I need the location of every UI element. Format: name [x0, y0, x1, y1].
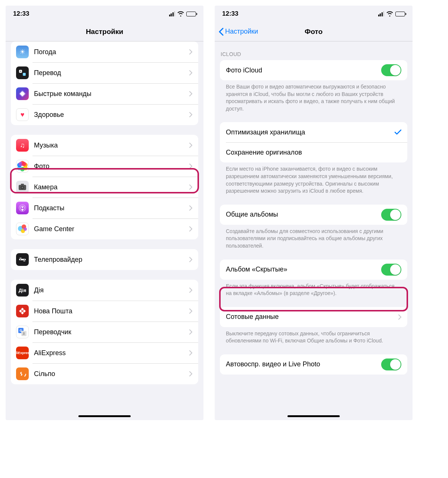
svg-rect-5: [20, 91, 25, 96]
battery-icon: [186, 12, 196, 16]
camera-icon: [16, 181, 29, 193]
silpo-icon: [16, 367, 29, 380]
toggle-hidden-album[interactable]: [381, 264, 401, 276]
status-time: 12:33: [222, 10, 238, 18]
photos-icon: [16, 160, 29, 173]
row-health[interactable]: ♥Здоровье: [11, 104, 198, 125]
health-icon: ♥: [16, 108, 29, 121]
translate-icon: A文: [16, 66, 29, 79]
cellular-description: Выключите передачу сотовых данных, чтобы…: [220, 327, 407, 345]
svg-text:文: 文: [23, 73, 25, 75]
svg-rect-9: [21, 184, 24, 185]
section-header-icloud: ICLOUD: [215, 51, 413, 60]
music-icon: ♫: [16, 139, 29, 152]
row-translate[interactable]: A文Перевод: [11, 62, 198, 83]
svg-text:A: A: [20, 70, 21, 72]
weather-icon: ☀: [16, 46, 29, 58]
svg-point-8: [22, 187, 24, 189]
chevron-right-icon: [189, 371, 192, 376]
row-camera[interactable]: Камера: [11, 177, 198, 198]
chevron-right-icon: [189, 329, 192, 335]
row-music[interactable]: ♫Музыка: [11, 135, 198, 156]
battery-icon: [395, 12, 405, 16]
diia-icon: Дія: [16, 284, 29, 297]
home-indicator[interactable]: [287, 415, 340, 417]
page-title: Настройки: [86, 28, 123, 36]
podcasts-icon: [16, 202, 29, 214]
aliexpress-icon: AliExpress: [16, 347, 29, 359]
status-icons: [378, 11, 405, 16]
chevron-right-icon: [189, 164, 192, 169]
chevron-right-icon: [189, 288, 192, 293]
tvprovider-icon: [16, 253, 29, 266]
chevron-right-icon: [189, 70, 192, 75]
cellular-signal-icon: [378, 11, 385, 16]
photos-settings-list[interactable]: ICLOUD Фото iCloud Все Ваши фото и видео…: [215, 41, 413, 420]
checkmark-icon: [395, 130, 401, 135]
chevron-right-icon: [189, 226, 192, 232]
row-gtranslate[interactable]: G文Переводчик: [11, 322, 198, 342]
row-tvprovider[interactable]: Телепровайдер: [11, 249, 198, 270]
wifi-icon: [386, 11, 393, 16]
row-shared-albums[interactable]: Общие альбомы: [220, 205, 407, 225]
row-diia[interactable]: ДіяДія: [11, 280, 198, 301]
row-aliexpress[interactable]: AliExpressAliExpress: [11, 342, 198, 363]
svg-text:文: 文: [22, 332, 25, 335]
wifi-icon: [177, 11, 184, 16]
settings-main-screen: 12:33 Настройки ☀Погода A文Перевод Быстры…: [6, 6, 203, 420]
nav-bar: Настройки Фото: [215, 22, 413, 41]
chevron-right-icon: [189, 91, 192, 96]
svg-text:G: G: [19, 329, 22, 332]
shared-albums-description: Создавайте альбомы для совместного испол…: [220, 225, 407, 250]
status-time: 12:33: [13, 10, 29, 18]
back-button[interactable]: Настройки: [218, 28, 258, 36]
row-silpo[interactable]: Сільпо: [11, 363, 198, 384]
row-weather[interactable]: ☀Погода: [11, 41, 198, 62]
chevron-right-icon: [189, 49, 192, 55]
novaposhta-icon: [16, 305, 29, 317]
status-icons: [169, 11, 196, 16]
chevron-right-icon: [189, 112, 192, 117]
gtranslate-icon: G文: [16, 326, 29, 338]
photos-settings-screen: 12:33 Настройки Фото ICLOUD Фото iCloud …: [215, 6, 413, 420]
chevron-right-icon: [189, 143, 192, 148]
svg-point-12: [22, 207, 23, 208]
row-keep-originals[interactable]: Сохранение оригиналов: [220, 142, 407, 162]
status-bar: 12:33: [6, 6, 203, 22]
row-hidden-album[interactable]: Альбом «Скрытые»: [220, 260, 407, 280]
chevron-right-icon: [189, 184, 192, 190]
icloud-photos-description: Все Ваши фото и видео автоматически выгр…: [220, 80, 407, 112]
toggle-icloud-photos[interactable]: [381, 64, 401, 76]
svg-point-20: [19, 370, 26, 377]
row-shortcuts[interactable]: Быстрые команды: [11, 83, 198, 104]
toggle-shared-albums[interactable]: [381, 209, 401, 221]
toggle-autoplay[interactable]: [381, 358, 401, 370]
row-autoplay[interactable]: Автовоспр. видео и Live Photo: [220, 354, 407, 375]
row-podcasts[interactable]: Подкасты: [11, 198, 198, 218]
home-indicator[interactable]: [78, 415, 131, 417]
svg-rect-13: [19, 259, 26, 260]
row-icloud-photos[interactable]: Фото iCloud: [220, 60, 407, 80]
chevron-left-icon: [218, 28, 224, 36]
chevron-right-icon: [189, 205, 192, 211]
row-cellular-data[interactable]: Сотовые данные: [220, 307, 407, 327]
chevron-right-icon: [398, 314, 401, 320]
row-photos[interactable]: Фото: [11, 156, 198, 177]
settings-list[interactable]: ☀Погода A文Перевод Быстрые команды ♥Здоро…: [6, 41, 203, 420]
shortcuts-icon: [16, 87, 29, 100]
hidden-album-description: Если эта функция включена, альбом «Скрыт…: [220, 280, 407, 297]
back-label: Настройки: [225, 28, 258, 35]
status-bar: 12:33: [215, 6, 413, 22]
chevron-right-icon: [189, 308, 192, 314]
page-title: Фото: [305, 28, 323, 36]
svg-point-15: [24, 259, 25, 260]
row-novaposhta[interactable]: Нова Пошта: [11, 301, 198, 322]
storage-description: Если место на iPhone заканчивается, фото…: [220, 162, 407, 195]
svg-point-14: [20, 259, 21, 260]
gamecenter-icon: [16, 223, 29, 235]
chevron-right-icon: [189, 257, 192, 262]
nav-bar: Настройки: [6, 22, 203, 41]
row-optimize-storage[interactable]: Оптимизация хранилища: [220, 122, 407, 142]
row-gamecenter[interactable]: Game Center: [11, 218, 198, 239]
chevron-right-icon: [189, 350, 192, 356]
